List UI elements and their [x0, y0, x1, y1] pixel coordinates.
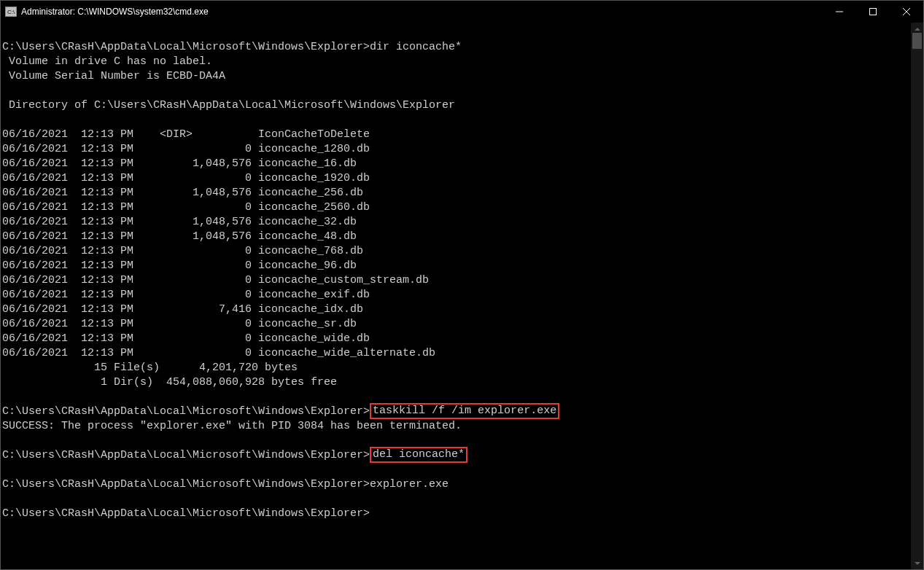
dir-entry: 06/16/2021 12:13 PM 1,048,576 iconcache_… [2, 157, 911, 171]
prompt-line: C:\Users\CRasH\AppData\Local\Microsoft\W… [2, 448, 911, 463]
summary-dirs: 1 Dir(s) 454,088,060,928 bytes free [2, 375, 911, 390]
terminal-blank-line [2, 463, 911, 477]
close-button[interactable] [890, 1, 923, 23]
maximize-icon [869, 8, 877, 15]
dir-entry: 06/16/2021 12:13 PM 0 iconcache_768.db [2, 244, 911, 259]
serial-line: Volume Serial Number is ECBD-DA4A [2, 69, 911, 84]
app-icon-slot: C:\ [1, 7, 21, 17]
dir-entry: 06/16/2021 12:13 PM 0 iconcache_wide_alt… [2, 346, 911, 361]
dir-entry: 06/16/2021 12:13 PM <DIR> IconCacheToDel… [2, 128, 911, 142]
dir-entry: 06/16/2021 12:13 PM 1,048,576 iconcache_… [2, 230, 911, 244]
terminal-area: C:\Users\CRasH\AppData\Local\Microsoft\W… [1, 23, 923, 569]
prompt-line: C:\Users\CRasH\AppData\Local\Microsoft\W… [2, 405, 911, 419]
prompt-prefix: C:\Users\CRasH\AppData\Local\Microsoft\W… [2, 449, 370, 461]
dir-entry: 06/16/2021 12:13 PM 1,048,576 iconcache_… [2, 186, 911, 200]
scroll-thumb[interactable] [912, 33, 922, 49]
maximize-button[interactable] [856, 1, 890, 23]
close-icon [903, 8, 910, 15]
prompt-line-active[interactable]: C:\Users\CRasH\AppData\Local\Microsoft\W… [2, 507, 911, 521]
command-output: SUCCESS: The process "explorer.exe" with… [2, 419, 911, 434]
scroll-down-arrow-icon[interactable] [911, 557, 923, 569]
dir-entry: 06/16/2021 12:13 PM 0 iconcache_1280.db [2, 142, 911, 157]
volume-line: Volume in drive C has no label. [2, 55, 911, 69]
minimize-button[interactable] [823, 1, 856, 23]
terminal-blank-line [2, 390, 911, 405]
terminal-output[interactable]: C:\Users\CRasH\AppData\Local\Microsoft\W… [1, 23, 911, 569]
dir-entry: 06/16/2021 12:13 PM 0 iconcache_custom_s… [2, 273, 911, 288]
terminal-blank-line [2, 492, 911, 507]
cmd-window: C:\ Administrator: C:\WINDOWS\system32\c… [0, 0, 924, 570]
terminal-blank-line [2, 113, 911, 128]
dir-entry: 06/16/2021 12:13 PM 0 iconcache_exif.db [2, 288, 911, 302]
cmd-icon: C:\ [5, 7, 17, 17]
highlighted-command: taskkill /f /im explorer.exe [370, 403, 559, 419]
window-controls [823, 1, 923, 23]
prompt-prefix: C:\Users\CRasH\AppData\Local\Microsoft\W… [2, 405, 370, 418]
vertical-scrollbar[interactable] [911, 23, 923, 569]
dir-entry: 06/16/2021 12:13 PM 0 iconcache_1920.db [2, 171, 911, 186]
dir-entry: 06/16/2021 12:13 PM 0 iconcache_sr.db [2, 317, 911, 332]
svg-rect-1 [870, 9, 877, 15]
directory-of-line: Directory of C:\Users\CRasH\AppData\Loca… [2, 98, 911, 113]
prompt-line: C:\Users\CRasH\AppData\Local\Microsoft\W… [2, 477, 911, 492]
dir-entry: 06/16/2021 12:13 PM 0 iconcache_wide.db [2, 332, 911, 346]
terminal-blank-line [2, 434, 911, 448]
prompt-prefix: C:\Users\CRasH\AppData\Local\Microsoft\W… [2, 507, 370, 520]
summary-files: 15 File(s) 4,201,720 bytes [2, 361, 911, 375]
prompt-line: C:\Users\CRasH\AppData\Local\Microsoft\W… [2, 40, 911, 55]
window-title: Administrator: C:\WINDOWS\system32\cmd.e… [21, 7, 823, 17]
terminal-blank-line [2, 26, 911, 40]
terminal-blank-line [2, 84, 911, 98]
minimize-icon [836, 8, 843, 15]
dir-entry: 06/16/2021 12:13 PM 0 iconcache_96.db [2, 259, 911, 273]
dir-entry: 06/16/2021 12:13 PM 7,416 iconcache_idx.… [2, 302, 911, 317]
dir-entry: 06/16/2021 12:13 PM 0 iconcache_2560.db [2, 200, 911, 215]
highlighted-command: del iconcache* [370, 447, 467, 463]
dir-entry: 06/16/2021 12:13 PM 1,048,576 iconcache_… [2, 215, 911, 230]
titlebar[interactable]: C:\ Administrator: C:\WINDOWS\system32\c… [1, 1, 923, 23]
